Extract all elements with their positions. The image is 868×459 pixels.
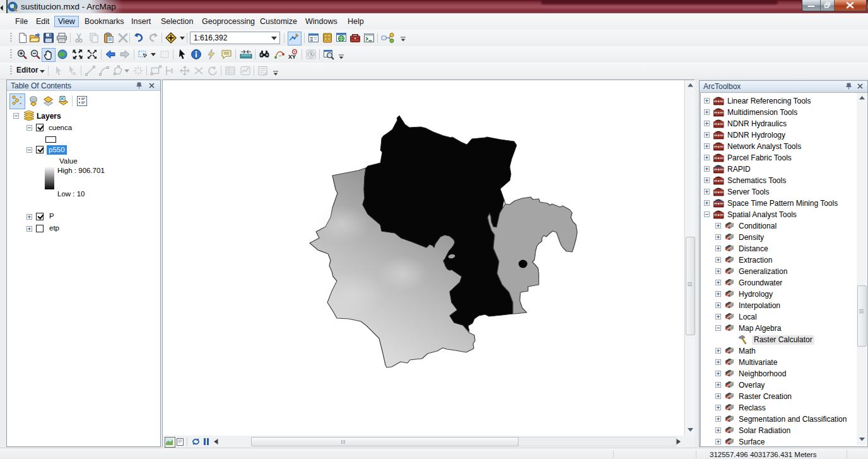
svg-text:A: A <box>73 71 76 76</box>
svg-text:XY: XY <box>288 54 296 60</box>
